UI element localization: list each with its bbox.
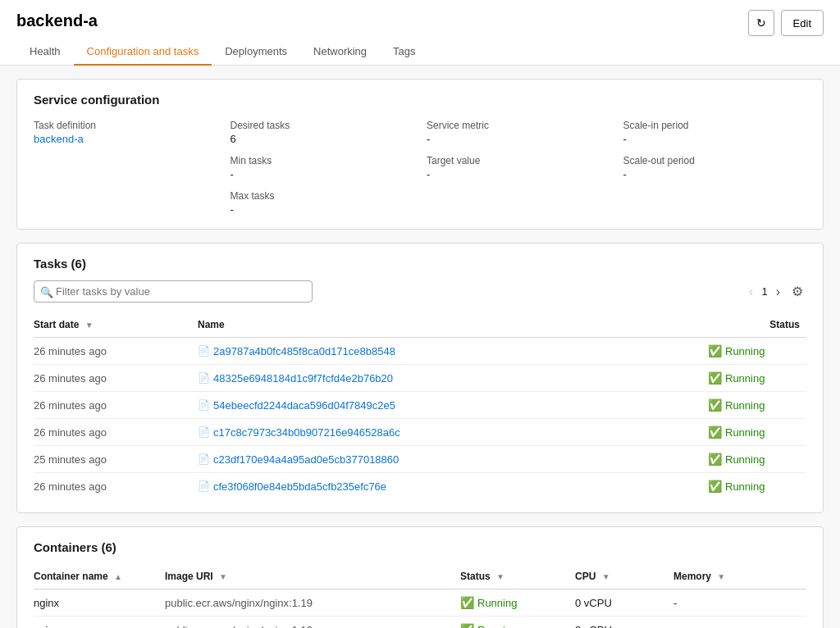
containers-title: Containers (6) — [34, 540, 806, 554]
sort-icon-memory: ▼ — [717, 572, 725, 581]
desired-tasks-value: 6 — [231, 133, 414, 145]
container-image-uri: public.ecr.aws/nginx/nginx:1.19 — [165, 589, 460, 617]
status-label: Running — [725, 453, 765, 466]
status-label: Running — [725, 399, 765, 412]
prev-page-button[interactable]: ‹ — [746, 283, 756, 301]
sort-asc-icon: ▲ — [114, 572, 122, 581]
task-name-link[interactable]: 📄 c17c8c7973c34b0b907216e946528a6c — [198, 426, 701, 439]
task-status: ✅ Running — [708, 338, 806, 365]
service-config-title: Service configuration — [34, 93, 806, 107]
task-name-link[interactable]: 📄 c23df170e94a4a95ad0e5cb377018860 — [198, 453, 701, 466]
containers-col-cpu[interactable]: CPU ▼ — [575, 564, 673, 589]
tasks-filter-row: 🔍 ‹ 1 › ⚙ — [34, 280, 806, 303]
next-page-button[interactable]: › — [773, 283, 783, 301]
table-row: nginx public.ecr.aws/nginx/nginx:1.19 ✅ … — [34, 589, 806, 617]
tab-health[interactable]: Health — [16, 39, 74, 66]
tasks-pagination: ‹ 1 › ⚙ — [746, 282, 806, 301]
desired-tasks-label: Desired tasks — [231, 120, 414, 131]
container-name: nginx — [34, 589, 165, 617]
task-name-link[interactable]: 📄 cfe3f068f0e84eb5bda5cfb235efc76e — [198, 480, 701, 493]
max-tasks-label: Max tasks — [231, 190, 414, 202]
task-start-date: 26 minutes ago — [34, 473, 198, 500]
tasks-table: Start date ▼ Name Status 26 minutes ago — [34, 312, 806, 499]
table-row: 26 minutes ago 📄 2a9787a4b0fc485f8ca0d17… — [34, 338, 806, 365]
table-settings-button[interactable]: ⚙ — [788, 282, 806, 301]
containers-col-image[interactable]: Image URI ▼ — [165, 564, 460, 589]
container-memory: - — [673, 589, 806, 617]
task-file-icon: 📄 — [198, 426, 210, 438]
task-name-link[interactable]: 📄 54ebeecfd2244daca596d04f7849c2e5 — [198, 399, 701, 412]
task-file-icon: 📄 — [198, 345, 210, 357]
sort-icon-cpu: ▼ — [602, 572, 610, 581]
target-value-value: - — [427, 168, 610, 180]
task-start-date: 26 minutes ago — [34, 338, 198, 365]
container-running-icon: ✅ — [460, 623, 474, 628]
tasks-search-input[interactable] — [34, 280, 313, 303]
table-row: 26 minutes ago 📄 48325e6948184d1c9f7fcfd… — [34, 365, 806, 392]
task-file-icon: 📄 — [198, 480, 210, 492]
container-status: ✅ Running — [460, 617, 575, 629]
task-name: 📄 c23df170e94a4a95ad0e5cb377018860 — [198, 446, 708, 473]
table-row: 26 minutes ago 📄 c17c8c7973c34b0b907216e… — [34, 419, 806, 446]
containers-col-memory[interactable]: Memory ▼ — [673, 564, 806, 589]
status-label: Running — [725, 480, 765, 493]
container-cpu: 0 vCPU — [575, 617, 673, 629]
scale-in-period-value: - — [623, 133, 807, 145]
task-name-link[interactable]: 📄 2a9787a4b0fc485f8ca0d171ce8b8548 — [198, 345, 701, 357]
task-file-icon: 📄 — [198, 453, 210, 465]
task-status: ✅ Running — [708, 365, 806, 392]
scale-out-period-value: - — [623, 168, 807, 180]
table-row: nginx public.ecr.aws/nginx/nginx:1.19 ✅ … — [34, 617, 806, 629]
current-page: 1 — [761, 285, 767, 298]
sort-icon-status: ▼ — [496, 572, 504, 581]
running-icon: ✅ — [708, 480, 722, 493]
tasks-col-start-date[interactable]: Start date ▼ — [34, 312, 198, 338]
containers-col-name[interactable]: Container name ▲ — [34, 564, 165, 589]
service-metric-label: Service metric — [427, 120, 610, 131]
running-icon: ✅ — [708, 344, 722, 357]
task-name-link[interactable]: 📄 48325e6948184d1c9f7fcfd4e2b76b20 — [198, 372, 701, 385]
table-row: 26 minutes ago 📄 54ebeecfd2244daca596d04… — [34, 392, 806, 419]
target-value-label: Target value — [427, 155, 610, 166]
task-name: 📄 cfe3f068f0e84eb5bda5cfb235efc76e — [198, 473, 708, 500]
containers-card: Containers (6) Container name ▲ Image UR… — [16, 526, 824, 628]
scale-out-period-label: Scale-out period — [623, 155, 807, 166]
task-name: 📄 48325e6948184d1c9f7fcfd4e2b76b20 — [198, 365, 708, 392]
running-icon: ✅ — [708, 425, 722, 439]
table-row: 26 minutes ago 📄 cfe3f068f0e84eb5bda5cfb… — [34, 473, 806, 500]
tasks-search-wrapper: 🔍 — [34, 280, 313, 303]
container-status-label: Running — [477, 597, 517, 609]
service-metric-value: - — [427, 133, 610, 145]
running-icon: ✅ — [708, 371, 722, 385]
status-label: Running — [725, 345, 765, 357]
tab-deployments[interactable]: Deployments — [212, 39, 300, 66]
tab-networking[interactable]: Networking — [300, 39, 380, 66]
container-running-icon: ✅ — [460, 596, 474, 609]
tab-tags[interactable]: Tags — [380, 39, 428, 66]
page-title: backend-a — [16, 11, 824, 30]
task-start-date: 26 minutes ago — [34, 419, 198, 446]
edit-button[interactable]: Edit — [781, 10, 824, 36]
container-status: ✅ Running — [460, 589, 575, 617]
tab-nav: Health Configuration and tasks Deploymen… — [16, 39, 824, 65]
task-name: 📄 2a9787a4b0fc485f8ca0d171ce8b8548 — [198, 338, 708, 365]
container-image-uri: public.ecr.aws/nginx/nginx:1.19 — [165, 617, 460, 629]
container-cpu: 0 vCPU — [575, 589, 673, 617]
containers-col-status[interactable]: Status ▼ — [460, 564, 575, 589]
task-start-date: 26 minutes ago — [34, 365, 198, 392]
tab-configuration[interactable]: Configuration and tasks — [74, 39, 212, 66]
task-file-icon: 📄 — [198, 399, 210, 411]
task-definition-value[interactable]: backend-a — [34, 133, 84, 145]
service-configuration-card: Service configuration Task definition ba… — [16, 79, 824, 230]
tasks-card: Tasks (6) 🔍 ‹ 1 › ⚙ Start date — [16, 243, 824, 513]
running-icon: ✅ — [708, 453, 722, 466]
scale-in-period-label: Scale-in period — [623, 120, 807, 131]
task-status: ✅ Running — [708, 392, 806, 419]
status-label: Running — [725, 372, 765, 385]
refresh-button[interactable]: ↻ — [748, 10, 774, 36]
status-label: Running — [725, 426, 765, 439]
running-icon: ✅ — [708, 398, 722, 412]
task-status: ✅ Running — [708, 419, 806, 446]
task-start-date: 26 minutes ago — [34, 392, 198, 419]
sort-icon: ▼ — [85, 321, 94, 330]
